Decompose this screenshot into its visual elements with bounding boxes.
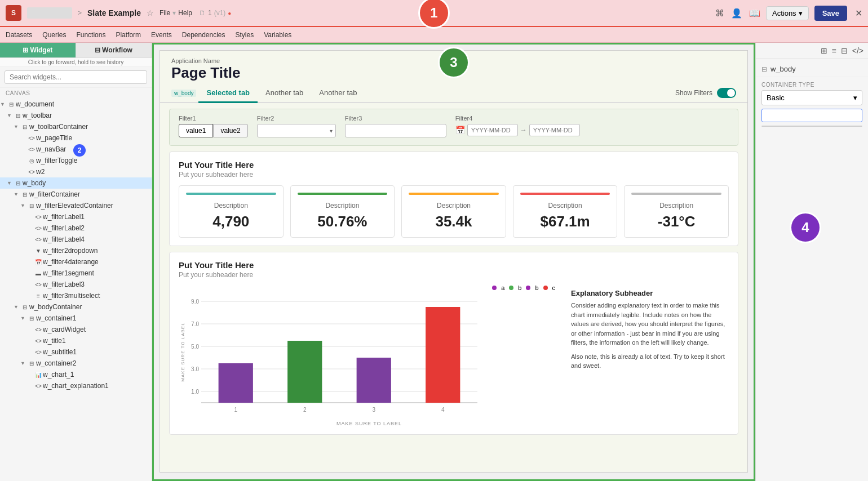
show-filters-label: Show Filters [675,89,712,97]
seg-btn-v2[interactable]: value2 [213,124,247,137]
tree-item[interactable]: ≡w_filter3multiselect [0,290,152,301]
rp-icon-list[interactable]: ≡ [832,46,836,55]
svg-text:1: 1 [234,407,237,413]
tree-caret[interactable]: ▼ [7,113,14,118]
search-input[interactable] [5,70,147,84]
rp-icon-layers[interactable]: ⊞ [821,46,827,55]
kpi-card: Description -31°C [624,185,729,238]
center-panel[interactable]: 3 Application Name Page Title w_body Sel… [152,43,755,481]
tree-node-label: w_filterLabel1 [43,213,85,221]
kpi-card: Description 50.76% [290,185,395,238]
actions-button[interactable]: Actions ▾ [766,6,809,20]
svg-text:1.0: 1.0 [191,389,199,395]
tree-node-icon: 📊 [34,370,43,379]
menu-platform[interactable]: Platform [116,31,141,39]
menu-queries[interactable]: Queries [42,31,66,39]
filter3-input[interactable] [345,124,446,137]
right-panel: ⊞ ≡ ⊟ </> ⊟ w_body CONTAINER TYPE Basic … [755,43,868,481]
tree-item[interactable]: <>w_pageTitle [0,132,152,144]
tree-item[interactable]: <>w_cardWidget [0,324,152,335]
rp-icon-code[interactable]: </> [852,46,863,55]
tree-caret[interactable]: ▼ [20,315,27,321]
file-separator: ▾ [172,9,176,17]
user-icon[interactable]: 👤 [731,8,742,19]
tree-caret[interactable]: ▼ [14,191,20,197]
tree-item[interactable]: ▼⊟w_document [0,99,152,110]
filter2-select[interactable] [257,124,336,137]
app-title: Slate Example [87,8,141,17]
bar-rect [219,363,253,403]
menu-functions[interactable]: Functions [76,31,105,39]
date-to-input[interactable] [529,124,580,136]
tree-item[interactable]: <>w_title1 [0,335,152,346]
cmd-icon: ⌘ [715,8,724,19]
tree-caret[interactable]: ▼ [7,180,14,186]
tree-caret[interactable]: ▼ [14,124,20,130]
filter4-date-row: 📅 → [455,124,580,136]
book-icon[interactable]: 📖 [749,8,760,19]
tree-caret[interactable]: ▼ [14,304,20,310]
kpi-value: -31°C [658,213,696,230]
tree-item[interactable]: ▼⊟w_toolbar [0,110,152,121]
type-search-input[interactable] [761,109,862,122]
widget-tree: ▼⊟w_document▼⊟w_toolbar▼⊟w_toolbarContai… [0,99,152,481]
kpi-section: Put Your Title Here Put your subheader h… [169,152,738,246]
close-button[interactable]: ✕ [855,8,862,19]
tree-item[interactable]: ▼⊟w_filterContainer [0,189,152,200]
menu-dependencies[interactable]: Dependencies [182,31,225,39]
tree-node-label: w_subtitle1 [43,348,77,356]
filters-toggle[interactable] [717,88,736,98]
tree-item[interactable]: 📊w_chart_1 [0,369,152,380]
tab-another-1[interactable]: Another tab [258,84,311,103]
tree-item[interactable]: ▼⊟w_filterElevatedContainer [0,200,152,211]
tree-item[interactable]: <>w_filterLabel3 [0,279,152,290]
chart-section: Put Your Title Here Put your subheader h… [169,252,738,435]
tree-item[interactable]: <>w_filterLabel4 [0,234,152,245]
tree-item[interactable]: <>w_filterLabel2 [0,222,152,234]
menu-styles[interactable]: Styles [236,31,254,39]
tree-item[interactable]: ▼⊟w_body [0,177,152,189]
legend-label: a [501,284,504,291]
file-item[interactable]: File [160,9,170,17]
help-item[interactable]: Help [178,9,192,17]
menu-datasets[interactable]: Datasets [6,31,32,39]
tree-item[interactable]: ▼⊟w_bodyContainer [0,301,152,313]
kpi-desc: Description [548,202,582,210]
tree-item[interactable]: <>w_chart_explanation1 [0,380,152,391]
tab-widget[interactable]: ⊞ Widget [0,43,76,57]
tree-item[interactable]: <>w_subtitle1 [0,346,152,358]
star-icon[interactable]: ☆ [147,8,154,17]
tree-node-icon: <> [27,133,36,142]
container-type-dropdown[interactable]: Basic ▾ [761,90,862,105]
menu-variables[interactable]: Variables [264,31,291,39]
rp-icon-external[interactable]: ⊟ [841,46,848,55]
save-button[interactable]: Save [814,6,847,21]
menu-events[interactable]: Events [151,31,172,39]
tree-item[interactable]: ▼⊟w_toolbarContainer [0,121,152,132]
filter2-label: Filter2 [257,115,336,122]
date-from-input[interactable] [467,124,518,136]
tree-item[interactable]: <>w2 [0,166,152,177]
tree-caret[interactable]: ▼ [0,101,7,107]
tree-item[interactable]: ▬w_filter1segment [0,268,152,279]
canvas-label: canvas [0,88,152,99]
type-options-list [761,126,862,127]
tree-item[interactable]: <>w_filterLabel1 [0,211,152,222]
bar-rect [357,358,391,403]
tree-caret[interactable]: ▼ [20,360,27,366]
filter2-group: Filter2 [257,115,336,137]
tab-selected[interactable]: Selected tab [198,84,258,103]
tree-node-label: w_bodyContainer [29,303,82,311]
tab-workflow[interactable]: ⊟ Workflow [76,43,152,57]
tree-caret[interactable]: ▼ [20,203,27,208]
tab-another-2[interactable]: Another tab [311,84,365,103]
seg-btn-v1[interactable]: value1 [179,124,213,137]
tree-node-icon: ⊟ [20,122,29,131]
tree-item[interactable]: 📅w_filter4daterange [0,256,152,268]
kpi-card: Description $67.1m [513,185,618,238]
tree-item[interactable]: ▼⊟w_container2 [0,358,152,369]
page-num: 1 [208,9,212,17]
tree-item[interactable]: ▼w_filter2dropdown [0,245,152,256]
tree-item[interactable]: ◎w_filterToggle [0,155,152,166]
tree-item[interactable]: ▼⊟w_container1 [0,313,152,324]
